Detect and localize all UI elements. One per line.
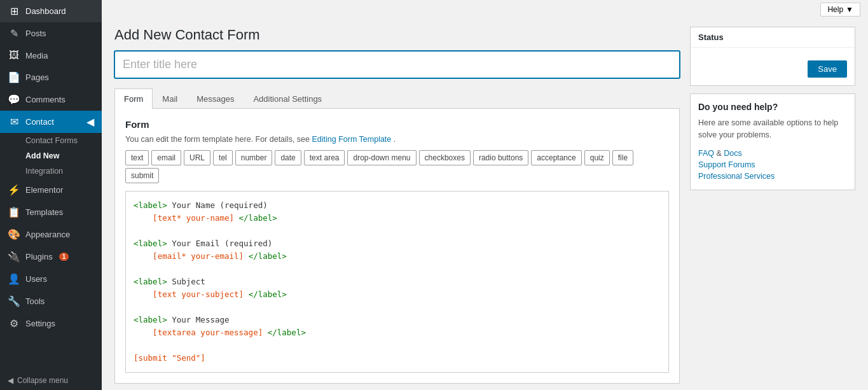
tag-btn-dropdown[interactable]: drop-down menu — [347, 150, 416, 165]
help-button[interactable]: Help ▼ — [820, 3, 860, 17]
help-links-list: FAQ & Docs Support Forums Professional S… — [698, 148, 847, 182]
sidebar-item-settings[interactable]: ⚙ Settings — [0, 312, 102, 335]
tab-additional-settings[interactable]: Additional Settings — [244, 88, 331, 109]
left-panel: Add New Contact Form Form Mail Messages … — [114, 27, 680, 382]
tag-btn-number[interactable]: number — [235, 150, 273, 165]
help-link-item-support: Support Forums — [698, 159, 847, 171]
sidebar-label-tools: Tools — [25, 296, 45, 306]
collapse-label: Collapse menu — [17, 376, 68, 385]
sidebar-item-pages[interactable]: 📄 Pages — [0, 66, 102, 88]
page-title: Add New Contact Form — [114, 27, 680, 43]
sidebar-item-media[interactable]: 🖼 Media — [0, 45, 102, 66]
tag-btn-checkboxes[interactable]: checkboxes — [419, 150, 471, 165]
sidebar-item-contact-forms[interactable]: Contact Forms — [0, 133, 102, 148]
tag-btn-email[interactable]: email — [151, 150, 181, 165]
sidebar-label-posts: Posts — [25, 29, 46, 38]
help-widget: Do you need help? Here are some availabl… — [690, 94, 855, 190]
sidebar-label-contact: Contact — [25, 117, 54, 127]
form-panel: Form You can edit the form template here… — [114, 109, 680, 384]
tag-btn-radio[interactable]: radio buttons — [473, 150, 528, 165]
tag-btn-submit[interactable]: submit — [125, 168, 159, 183]
collapse-icon: ◀ — [8, 376, 13, 385]
docs-link[interactable]: Docs — [724, 149, 741, 158]
tab-form[interactable]: Form — [114, 88, 153, 109]
code-line-4: [email* your-email] </label> — [134, 250, 661, 263]
elementor-icon: ⚡ — [8, 184, 20, 196]
code-line-9: [submit "Send"] — [134, 352, 661, 365]
professional-services-link[interactable]: Professional Services — [698, 172, 775, 181]
tag-btn-url[interactable]: URL — [184, 150, 210, 165]
code-editor[interactable]: <label> Your Name (required) [text* your… — [125, 191, 669, 373]
help-widget-description: Here are some available options to help … — [698, 117, 847, 141]
code-line-5: <label> Subject — [134, 275, 661, 288]
sidebar-label-comments: Comments — [25, 95, 65, 104]
sidebar-item-plugins[interactable]: 🔌 Plugins 1 — [0, 246, 102, 268]
sidebar-sublabel-integration: Integration — [25, 167, 63, 176]
sidebar-item-contact[interactable]: ✉ Contact ◀ — [0, 111, 102, 133]
sidebar-item-add-new[interactable]: Add New — [0, 148, 102, 164]
form-desc-end: . — [394, 135, 396, 144]
sidebar-label-media: Media — [25, 51, 48, 60]
form-tabs: Form Mail Messages Additional Settings — [114, 88, 680, 109]
tag-btn-text[interactable]: text — [125, 150, 149, 165]
support-forums-link[interactable]: Support Forums — [698, 160, 755, 169]
form-desc-text: You can edit the form template here. For… — [125, 135, 310, 144]
form-section-title: Form — [125, 119, 669, 130]
sidebar-item-posts[interactable]: ✎ Posts — [0, 22, 102, 45]
editing-form-template-link[interactable]: Editing Form Template — [312, 135, 393, 144]
content-area: Add New Contact Form Form Mail Messages … — [102, 19, 868, 390]
tag-btn-acceptance[interactable]: acceptance — [531, 150, 581, 165]
users-icon: 👤 — [8, 273, 20, 285]
faq-link[interactable]: FAQ — [698, 149, 714, 158]
help-widget-body: Do you need help? Here are some availabl… — [691, 94, 855, 190]
appearance-icon: 🎨 — [8, 228, 20, 240]
sidebar-item-elementor[interactable]: ⚡ Elementor — [0, 179, 102, 201]
code-line-3: <label> Your Email (required) — [134, 237, 661, 250]
sidebar: ⊞ Dashboard ✎ Posts 🖼 Media 📄 Pages 💬 Co… — [0, 0, 102, 390]
right-panel: Status Save Do you need help? Here are s… — [690, 27, 855, 382]
pages-icon: 📄 — [8, 71, 20, 83]
help-link-item-faq: FAQ & Docs — [698, 148, 847, 159]
sidebar-sublabel-add-new: Add New — [25, 151, 59, 160]
tag-btn-textarea[interactable]: text area — [304, 150, 345, 165]
tag-btn-date[interactable]: date — [275, 150, 301, 165]
code-line-6: [text your-subject] </label> — [134, 288, 661, 301]
status-widget-title: Status — [691, 27, 855, 48]
tag-buttons-container: text email URL tel number date text area… — [125, 150, 669, 183]
plugins-badge: 1 — [59, 253, 69, 261]
save-button[interactable]: Save — [808, 60, 847, 78]
sidebar-item-appearance[interactable]: 🎨 Appearance — [0, 223, 102, 246]
code-line-2: [text* your-name] </label> — [134, 212, 661, 225]
templates-icon: 📋 — [8, 206, 20, 218]
code-line-8: [textarea your-message] </label> — [134, 326, 661, 339]
form-title-input[interactable] — [114, 51, 680, 78]
collapse-menu-button[interactable]: ◀ Collapse menu — [0, 371, 102, 390]
form-description: You can edit the form template here. For… — [125, 135, 669, 144]
sidebar-item-comments[interactable]: 💬 Comments — [0, 88, 102, 111]
status-widget: Status Save — [690, 27, 855, 86]
sidebar-label-templates: Templates — [25, 207, 63, 217]
tag-btn-quiz[interactable]: quiz — [584, 150, 610, 165]
tab-messages[interactable]: Messages — [187, 88, 244, 109]
tag-btn-tel[interactable]: tel — [213, 150, 233, 165]
sidebar-item-users[interactable]: 👤 Users — [0, 268, 102, 290]
tag-btn-file[interactable]: file — [612, 150, 633, 165]
sidebar-item-templates[interactable]: 📋 Templates — [0, 201, 102, 223]
main-content: Help ▼ Add New Contact Form Form Mail Me… — [102, 0, 868, 390]
sidebar-item-dashboard[interactable]: ⊞ Dashboard — [0, 0, 102, 22]
sidebar-item-tools[interactable]: 🔧 Tools — [0, 290, 102, 312]
contact-icon: ✉ — [8, 116, 20, 128]
sidebar-label-users: Users — [25, 274, 47, 284]
plugins-icon: 🔌 — [8, 251, 20, 263]
sidebar-label-dashboard: Dashboard — [25, 6, 66, 16]
contact-arrow-icon: ◀ — [86, 116, 94, 128]
sidebar-label-appearance: Appearance — [25, 230, 70, 239]
posts-icon: ✎ — [8, 27, 20, 39]
settings-icon: ⚙ — [8, 317, 20, 330]
dashboard-icon: ⊞ — [8, 5, 20, 17]
comments-icon: 💬 — [8, 94, 20, 106]
help-link-item-professional: Professional Services — [698, 171, 847, 182]
topbar: Help ▼ — [102, 0, 868, 19]
sidebar-item-integration[interactable]: Integration — [0, 164, 102, 179]
tab-mail[interactable]: Mail — [153, 88, 187, 109]
